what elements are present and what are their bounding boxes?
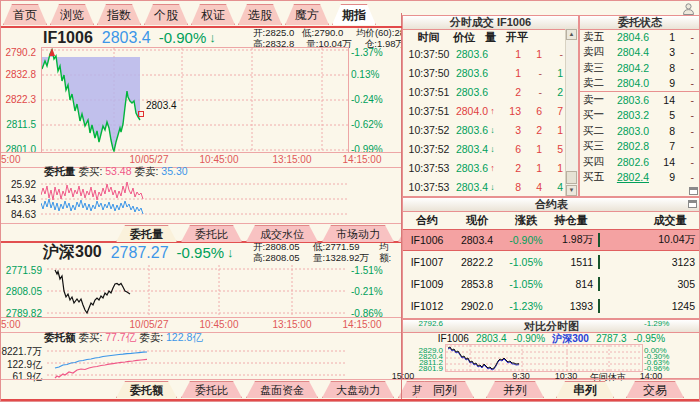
menu-tab[interactable]: 个股 — [144, 4, 188, 25]
left-tab-bar-1: 委托量委托比成交水位市场动力其他 — [1, 223, 402, 243]
order-volume-title: 委托量 — [44, 165, 76, 177]
book-row[interactable]: 买四 2802.6 14 - — [580, 154, 700, 170]
tick-row[interactable]: 10:37:51 2804.0 ↑ 13 6 7 — [403, 101, 566, 120]
down-arrow-icon: ↓ — [227, 245, 234, 260]
column-header: 开 — [496, 30, 517, 45]
tick-row[interactable]: 10:37:52 2803.4 ↓ 6 1 5 — [403, 139, 566, 158]
book-row[interactable]: 买一 2803.2 5 - — [580, 108, 700, 124]
open-interest-bar — [598, 233, 600, 247]
tick-row[interactable]: 10:37:53 2803.4 ↓ 8 4 4 — [403, 177, 566, 196]
book-row[interactable]: 卖三 2804.2 8 - — [580, 60, 700, 76]
column-header: 现价 — [451, 213, 503, 228]
scroll-up-icon[interactable]: ▲ — [566, 29, 577, 40]
panel-tab[interactable]: 委托额 — [116, 381, 177, 398]
ask-volume-value: 35.30 — [161, 165, 187, 177]
menu-tab[interactable]: 魔方 — [285, 4, 329, 25]
index-change-pct: -0.95% — [177, 244, 225, 261]
menu-underline — [1, 26, 402, 28]
x-axis-label: 15:15:00 — [0, 319, 20, 330]
tick-arrow-icon: ↑ — [488, 106, 497, 116]
book-row[interactable]: 卖二 2804.0 9 - — [580, 76, 700, 93]
column-header: 成交量 — [645, 213, 695, 228]
index-symbol: 沪深300 — [43, 242, 102, 263]
order-volume-header: 委托量 委买: 53.48 委卖: 35.30 — [44, 165, 188, 178]
menu-tab[interactable]: 首页 — [3, 4, 47, 25]
bid-amount-value: 77.7亿 — [105, 331, 136, 343]
open-interest-bar — [598, 277, 600, 291]
scrollbar-thumb[interactable] — [566, 171, 577, 184]
contract-row[interactable]: IF1012 2902.0 -1.23% 1393 1245 — [403, 295, 700, 317]
x-axis-label: 10:45:00 — [200, 319, 239, 330]
panel-tab[interactable]: 委托量 — [116, 225, 177, 242]
y-axis-label: 2832.8 — [5, 69, 36, 80]
popup-window-icon[interactable] — [688, 200, 697, 208]
main-chart-svg — [42, 48, 348, 152]
menu-tab[interactable]: 期指 — [332, 4, 376, 25]
order-amount-plot[interactable] — [47, 345, 347, 382]
panel-tab[interactable]: 委托比 — [181, 225, 242, 242]
menu-tab[interactable]: 选股 — [238, 4, 282, 25]
peak-marker-icon — [49, 48, 55, 56]
y-axis-label: 2771.59 — [6, 265, 42, 276]
x-axis-label: 10/05/27 — [130, 319, 169, 330]
tick-table-header: 时间价位量开平 — [403, 30, 578, 45]
index-chart-y-labels: 2808.052789.822771.59 — [1, 265, 44, 315]
y-axis-label: 2811.5 — [6, 119, 36, 130]
book-row[interactable]: 卖一 2803.6 14 - — [580, 92, 700, 108]
last-price-tag: 2803.4 — [146, 100, 177, 111]
layout-tab[interactable]: 串列 — [556, 381, 614, 398]
index-chart-plot[interactable] — [47, 265, 347, 317]
layout-tab[interactable]: 同列 — [416, 381, 474, 398]
contract-table-panel: 合约表 合约 现价 涨跌 持仓量 成交量 IF1006 2803.4 -0.90… — [402, 197, 700, 319]
main-stats: 开:2825.0低:2790.0均价(60):28 高:2832.8量:10.0… — [253, 27, 405, 49]
futures-trading-terminal: 首页浏览指数个股权证选股魔方期指 IF1006 2803.4 -0.90% ↓ … — [0, 0, 700, 402]
layout-tab-bar: 同列并列串列交易 — [402, 379, 700, 399]
contract-row[interactable]: IF1007 2822.2 -1.05% 1511 3123 — [403, 251, 700, 273]
column-header: 价位 — [451, 30, 475, 45]
compare-chart-plot[interactable] — [445, 344, 643, 372]
x-axis-label: 14:15:00 — [343, 154, 382, 165]
order-volume-plot[interactable] — [41, 179, 347, 224]
book-row[interactable]: 买三 2802.8 7 - — [580, 139, 700, 155]
tick-row[interactable]: 10:37:53 2803.6 ↑ 2 1 1 — [403, 158, 566, 177]
x-axis-label: 10:45:00 — [200, 154, 239, 165]
user-icon[interactable] — [682, 3, 695, 15]
layout-tab[interactable]: 并列 — [486, 381, 544, 398]
order-book-rows: 卖五 2804.6 1 - 卖四 2804.4 3 - 卖三 2804.2 8 — [580, 29, 700, 185]
order-amount-header: 委托额 委买: 77.7亿 委卖: 122.8亿 — [44, 331, 203, 344]
book-row[interactable]: 买二 2803.0 8 - — [580, 123, 700, 139]
tick-row[interactable]: 10:37:52 2803.6 ↓ 3 2 1 — [403, 120, 566, 139]
panel-tab[interactable]: 成交水位 — [246, 225, 318, 242]
compare-chart-panel: 对比分时图 IF1006 2803.4 -0.90% 沪深300 2787.3 … — [402, 319, 700, 379]
pct-axis-label: -0.24% — [351, 94, 383, 105]
panel-tab[interactable]: 大盘动力 — [322, 381, 394, 398]
tick-row[interactable]: 10:37:50 2803.6 1 - 1 — [403, 63, 566, 82]
pct-axis-label: -1.29% — [644, 320, 669, 328]
pct-axis-label: -0.62% — [351, 119, 383, 130]
scroll-down-icon[interactable]: ▼ — [566, 185, 577, 196]
tick-row[interactable]: 10:37:51 2803.6 2 - 2 — [403, 82, 566, 101]
left-tab-bar-2: 委托额委托比盘面资金大盘动力其他 — [1, 379, 402, 399]
order-amount-y-labels: 122.9亿61.9亿8221.7万 — [1, 345, 44, 382]
menu-tab[interactable]: 浏览 — [50, 4, 94, 25]
tick-scrollbar[interactable]: ▲ ▼ — [565, 29, 578, 196]
panel-tab[interactable]: 委托比 — [181, 381, 242, 398]
menu-tab[interactable]: 指数 — [97, 4, 141, 25]
bid-volume-value: 53.48 — [105, 165, 131, 177]
book-row[interactable]: 买五 2802.4 9 - — [580, 170, 700, 186]
panel-tab[interactable]: 盘面资金 — [246, 381, 318, 398]
panel-tab[interactable]: 市场动力 — [322, 225, 394, 242]
y-axis-label: 143.34 — [5, 194, 36, 205]
column-header: 平 — [517, 30, 528, 45]
contract-table-rows: IF1006 2803.4 -0.90% 1.98万 10.04万 IF1007… — [403, 229, 700, 317]
contract-row[interactable]: IF1009 2853.8 -1.05% 814 305 — [403, 273, 700, 295]
tick-row[interactable]: 10:37:50 2803.6 1 1 - — [403, 44, 566, 63]
order-amount-title: 委托额 — [44, 331, 76, 343]
contract-row[interactable]: IF1006 2803.4 -0.90% 1.98万 10.04万 — [403, 229, 700, 251]
layout-tab[interactable]: 交易 — [626, 381, 684, 398]
menu-tab[interactable]: 权证 — [191, 4, 235, 25]
book-row[interactable]: 卖四 2804.4 3 - — [580, 45, 700, 61]
popup-window-icon[interactable] — [689, 187, 698, 195]
book-row[interactable]: 卖五 2804.6 1 - — [580, 29, 700, 45]
main-chart-plot[interactable] — [41, 47, 349, 153]
